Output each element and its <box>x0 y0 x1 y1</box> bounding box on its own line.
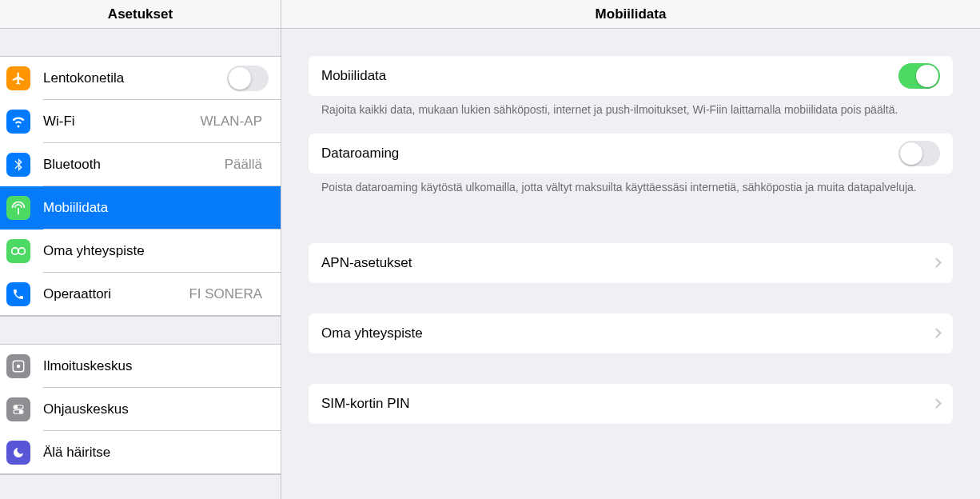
svg-point-3 <box>17 365 21 369</box>
sidebar-group-system: Ilmoituskeskus Ohjauskeskus Älä häiritse <box>0 344 281 475</box>
wifi-icon <box>6 110 30 134</box>
bluetooth-icon <box>6 153 30 177</box>
cellular-data-toggle[interactable] <box>898 63 940 89</box>
sidebar-item-label: Lentokonetila <box>43 70 227 86</box>
hotspot-icon <box>6 239 30 263</box>
roaming-row[interactable]: Dataroaming <box>309 134 953 174</box>
apn-row[interactable]: APN-asetukset <box>309 243 953 283</box>
svg-point-0 <box>12 248 18 254</box>
apn-group: APN-asetukset <box>309 243 953 283</box>
cellular-data-row[interactable]: Mobiilidata <box>309 56 953 96</box>
sidebar-item-label: Ohjauskeskus <box>43 401 269 417</box>
control-icon <box>6 397 30 421</box>
sidebar-item-label: Wi-Fi <box>43 114 201 130</box>
roaming-toggle[interactable] <box>898 141 940 166</box>
sidebar-item-hotspot[interactable]: Oma yhteyspiste <box>0 230 281 273</box>
main-panel: Mobiilidata Mobiilidata Rajoita kaikki d… <box>281 0 980 499</box>
sidebar-item-cellular[interactable]: Mobiilidata <box>0 186 281 230</box>
sidebar-item-carrier[interactable]: Operaattori FI SONERA <box>0 273 281 316</box>
chevron-right-icon <box>931 257 942 268</box>
airplane-toggle[interactable] <box>227 66 269 91</box>
cellular-data-label: Mobiilidata <box>321 68 898 84</box>
sidebar-item-notifications[interactable]: Ilmoituskeskus <box>0 345 281 388</box>
sidebar-group-network: Lentokonetila Wi-Fi WLAN-AP Bluetooth Pä… <box>0 56 281 317</box>
hotspot-row[interactable]: Oma yhteyspiste <box>309 313 953 353</box>
roaming-label: Dataroaming <box>321 146 898 162</box>
main-title: Mobiilidata <box>281 0 980 29</box>
sidebar-item-label: Operaattori <box>43 286 189 302</box>
svg-point-1 <box>18 248 25 254</box>
sidebar-item-label: Bluetooth <box>43 157 225 173</box>
simpin-row[interactable]: SIM-kortin PIN <box>309 384 953 424</box>
sidebar-item-detail: Päällä <box>225 157 262 173</box>
notify-icon <box>6 354 30 378</box>
hotspot-label: Oma yhteyspiste <box>321 325 933 341</box>
chevron-right-icon <box>931 398 942 409</box>
sidebar-item-bluetooth[interactable]: Bluetooth Päällä <box>0 143 281 186</box>
cellular-help-text: Rajoita kaikki data, mukaan lukien sähkö… <box>309 96 953 134</box>
hotspot-group: Oma yhteyspiste <box>309 313 953 353</box>
airplane-icon <box>6 66 30 90</box>
sidebar-item-airplane[interactable]: Lentokonetila <box>0 57 281 100</box>
sidebar: Asetukset Lentokonetila Wi-Fi WLAN-AP <box>0 0 281 499</box>
phone-icon <box>6 282 30 306</box>
simpin-label: SIM-kortin PIN <box>321 396 933 412</box>
sidebar-item-dnd[interactable]: Älä häiritse <box>0 431 281 474</box>
sidebar-item-detail: FI SONERA <box>189 286 262 302</box>
sidebar-item-detail: WLAN-AP <box>201 114 262 130</box>
simpin-group: SIM-kortin PIN <box>309 384 953 424</box>
roaming-help-text: Poista dataroaming käytöstä ulkomailla, … <box>309 174 953 211</box>
sidebar-item-label: Oma yhteyspiste <box>43 243 269 259</box>
roaming-toggle-group: Dataroaming <box>309 134 953 174</box>
sidebar-item-label: Mobiilidata <box>43 200 269 216</box>
cellular-icon <box>6 196 30 220</box>
sidebar-item-label: Älä häiritse <box>43 445 269 461</box>
chevron-right-icon <box>931 328 942 338</box>
cellular-toggle-group: Mobiilidata <box>309 56 953 96</box>
sidebar-item-label: Ilmoituskeskus <box>43 358 269 374</box>
sidebar-item-controlcenter[interactable]: Ohjauskeskus <box>0 388 281 431</box>
moon-icon <box>6 441 30 465</box>
apn-label: APN-asetukset <box>321 255 933 271</box>
sidebar-item-wifi[interactable]: Wi-Fi WLAN-AP <box>0 100 281 143</box>
sidebar-title: Asetukset <box>0 0 281 29</box>
